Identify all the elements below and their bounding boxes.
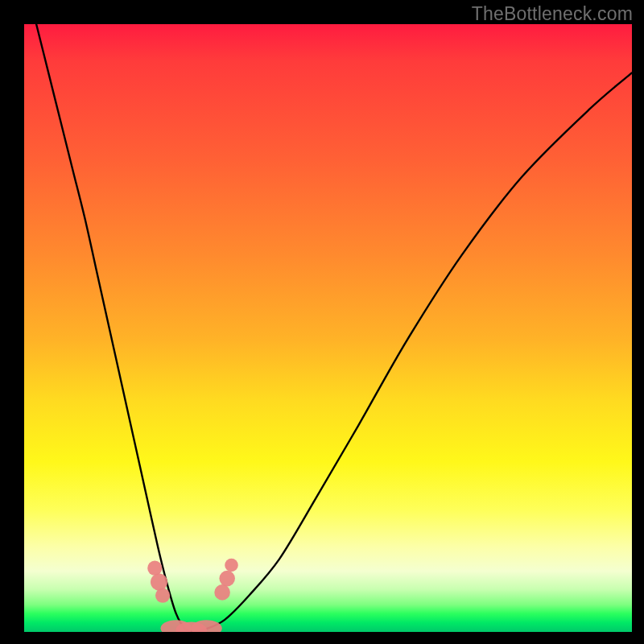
marker-dot <box>151 574 167 591</box>
plot-area <box>24 24 632 632</box>
marker-dot <box>225 559 238 572</box>
marker-dot <box>147 561 162 576</box>
bottleneck-curve <box>36 24 632 632</box>
chart-stage: TheBottleneck.com <box>0 0 644 644</box>
marker-dot <box>214 584 230 601</box>
marker-dot <box>219 571 235 587</box>
marker-pill <box>191 620 222 632</box>
curve-layer <box>24 24 632 632</box>
watermark-text: TheBottleneck.com <box>472 3 633 25</box>
marker-dot <box>155 588 170 603</box>
